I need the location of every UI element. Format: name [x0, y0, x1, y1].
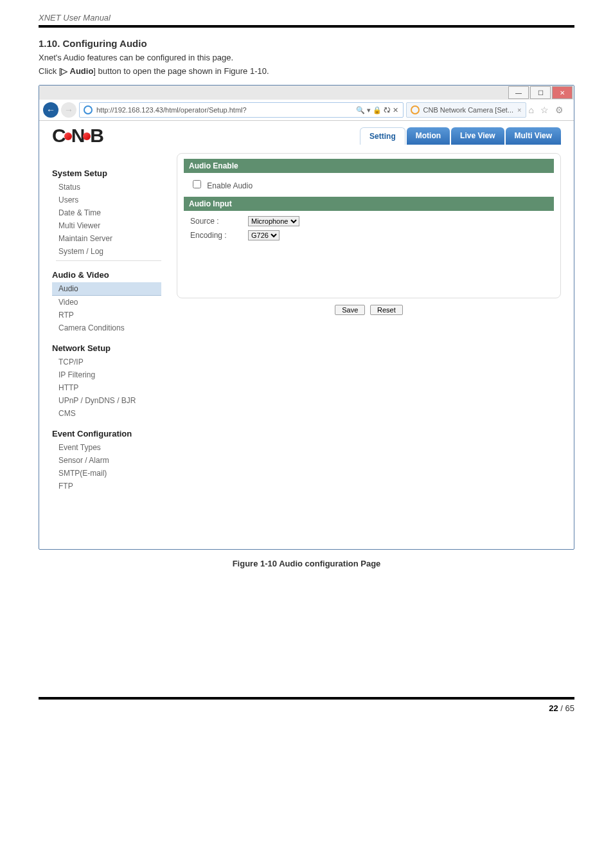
window-maximize-button[interactable]: ☐ — [530, 86, 551, 99]
sidebar-group-av: Audio & Video — [52, 270, 161, 280]
sidebar-item-ipfilter[interactable]: IP Filtering — [52, 368, 161, 381]
browser-tab[interactable]: CNB Network Camera [Set... × — [406, 102, 526, 118]
tab-close-button[interactable]: × — [517, 106, 521, 114]
main-nav-tabs: Setting Motion Live View Multi View — [360, 127, 561, 145]
page-total: / 65 — [560, 703, 574, 713]
page-content: CNB Setting Motion Live View Multi View … — [39, 121, 574, 549]
sidebar-item-upnp[interactable]: UPnP / DynDNS / BJR — [52, 394, 161, 407]
address-bar-row: ← → http://192.168.123.43/html/operator/… — [39, 100, 574, 121]
audio-input-header: Audio Input — [184, 197, 554, 211]
enable-audio-checkbox[interactable] — [193, 180, 201, 188]
sidebar-item-tcpip[interactable]: TCP/IP — [52, 356, 161, 368]
sidebar-item-ftp[interactable]: FTP — [52, 480, 161, 493]
section-text-1: Xnet's Audio features can be configured … — [39, 53, 574, 62]
main-columns: System Setup Status Users Date & Time Mu… — [52, 153, 561, 493]
home-icon[interactable]: ⌂ — [529, 105, 534, 115]
tab-liveview[interactable]: Live View — [451, 127, 504, 145]
encoding-label: Encoding : — [190, 231, 239, 240]
url-text: http://192.168.123.43/html/operator/Setu… — [96, 106, 247, 114]
window-minimize-button[interactable]: — — [508, 86, 529, 99]
tab-motion[interactable]: Motion — [407, 127, 450, 145]
encoding-select[interactable]: G726 — [248, 230, 280, 240]
panel-buttons: Save Reset — [177, 305, 561, 315]
sidebar-group-event: Event Configuration — [52, 429, 161, 439]
sidebar-item-sensor[interactable]: Sensor / Alarm — [52, 454, 161, 467]
source-select[interactable]: Microphone — [248, 216, 299, 226]
audio-enable-header: Audio Enable — [184, 159, 554, 173]
enable-audio-label: Enable Audio — [207, 181, 253, 190]
sidebar-item-status[interactable]: Status — [52, 181, 161, 194]
reset-button[interactable]: Reset — [370, 305, 403, 315]
sidebar-divider — [56, 260, 161, 261]
sidebar-item-audio[interactable]: Audio — [52, 282, 161, 296]
doc-header: XNET User Manual — [39, 13, 574, 28]
sidebar-item-maintain[interactable]: Maintain Server — [52, 232, 161, 245]
figure-caption: Figure 1-10 Audio configuration Page — [39, 559, 574, 568]
sidebar-item-smtp[interactable]: SMTP(E-mail) — [52, 467, 161, 480]
section-title: 1.10. Configuring Audio — [39, 38, 574, 49]
address-toolbar-icons[interactable]: 🔍 ▾ 🔒 🗘 ✕ — [356, 106, 398, 114]
sidebar-group-network: Network Setup — [52, 343, 161, 353]
page-number: 22 — [549, 703, 558, 713]
sidebar-item-camcond[interactable]: Camera Conditions — [52, 321, 161, 334]
forward-button[interactable]: → — [61, 102, 76, 118]
cnb-logo: CNB — [52, 125, 103, 147]
sidebar-item-rtp[interactable]: RTP — [52, 309, 161, 321]
audio-panel: Audio Enable Enable Audio Audio Input So… — [177, 153, 561, 298]
window-close-button[interactable]: ✕ — [552, 86, 573, 99]
toolbar-icons: ⌂ ☆ ⚙ — [529, 105, 570, 115]
section-text-2: Click [▷ Audio] button to open the page … — [39, 66, 574, 76]
favorites-icon[interactable]: ☆ — [540, 105, 549, 115]
window-titlebar: — ☐ ✕ — [39, 86, 574, 100]
back-button[interactable]: ← — [43, 102, 58, 118]
tab-setting[interactable]: Setting — [360, 127, 405, 145]
tab-multiview[interactable]: Multi View — [506, 127, 561, 145]
tab-title: CNB Network Camera [Set... — [423, 106, 514, 114]
sidebar-item-syslog[interactable]: System / Log — [52, 245, 161, 258]
save-button[interactable]: Save — [335, 305, 365, 315]
sidebar-item-eventtypes[interactable]: Event Types — [52, 441, 161, 454]
sidebar-item-users[interactable]: Users — [52, 194, 161, 206]
sidebar: System Setup Status Users Date & Time Mu… — [52, 153, 161, 493]
source-label: Source : — [190, 217, 239, 226]
doc-footer: 22 / 65 — [39, 697, 574, 713]
sidebar-item-http[interactable]: HTTP — [52, 381, 161, 394]
ie-icon — [84, 105, 93, 114]
sidebar-item-video[interactable]: Video — [52, 296, 161, 309]
sidebar-group-system: System Setup — [52, 168, 161, 178]
tab-favicon — [411, 105, 420, 114]
sidebar-item-datetime[interactable]: Date & Time — [52, 206, 161, 219]
logo-dot-icon — [64, 132, 72, 140]
browser-window: — ☐ ✕ ← → http://192.168.123.43/html/ope… — [39, 85, 574, 550]
settings-icon[interactable]: ⚙ — [555, 105, 564, 115]
sidebar-item-cms[interactable]: CMS — [52, 407, 161, 420]
address-bar[interactable]: http://192.168.123.43/html/operator/Setu… — [79, 102, 404, 118]
header-row: CNB Setting Motion Live View Multi View — [52, 125, 561, 147]
panel-column: Audio Enable Enable Audio Audio Input So… — [177, 153, 561, 493]
sidebar-item-multiviewer[interactable]: Multi Viewer — [52, 219, 161, 232]
